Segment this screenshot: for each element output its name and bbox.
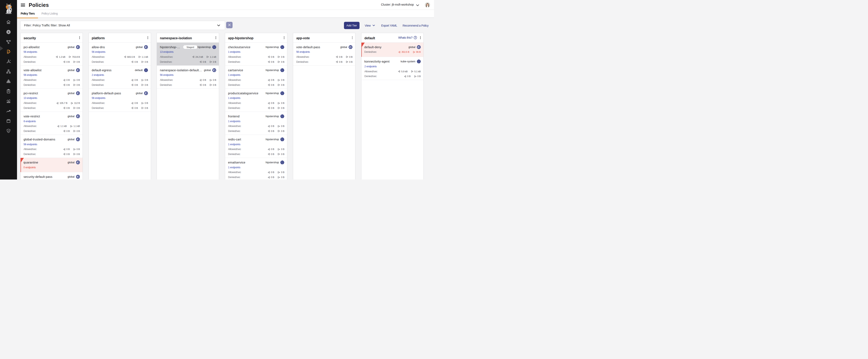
svg-text:ns: ns xyxy=(282,48,283,49)
svg-text:ns: ns xyxy=(282,140,283,141)
svg-text:ns: ns xyxy=(146,71,147,72)
svg-text:ns: ns xyxy=(282,94,283,95)
svg-text:ns: ns xyxy=(418,62,419,63)
svg-text:ns: ns xyxy=(282,117,283,118)
svg-text:ns: ns xyxy=(282,71,283,72)
svg-text:ns: ns xyxy=(282,163,283,164)
svg-text:ns: ns xyxy=(214,48,215,49)
